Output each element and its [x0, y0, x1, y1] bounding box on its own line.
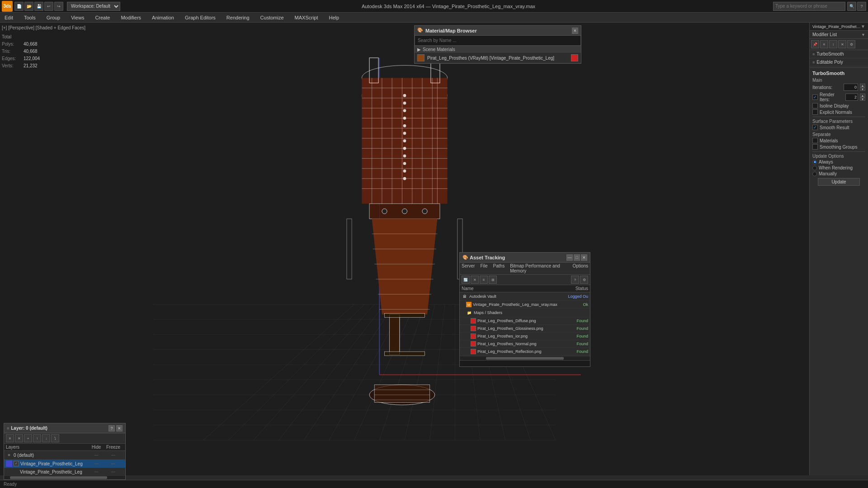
- glossiness-status: Found: [561, 326, 588, 331]
- at-scrollbar[interactable]: [460, 357, 590, 360]
- at-row-maxfile[interactable]: M Vintage_Pirate_Prosthetic_Leg_max_vray…: [460, 301, 590, 309]
- svg-point-83: [403, 169, 406, 173]
- at-minimize-btn[interactable]: —: [566, 254, 573, 261]
- material-search-input[interactable]: [415, 36, 581, 46]
- layer-close-btn[interactable]: ✕: [116, 425, 123, 432]
- search-btn[interactable]: 🔍: [847, 2, 856, 11]
- undo-btn[interactable]: ↩: [44, 2, 53, 11]
- scene-materials-header[interactable]: ▶ Scene Materials: [415, 46, 581, 53]
- at-row-maps-folder[interactable]: 📁 Maps / Shaders: [460, 309, 590, 317]
- isoline-checkbox[interactable]: [812, 103, 818, 108]
- layer-tool-add[interactable]: +: [24, 434, 32, 442]
- iterations-down[interactable]: ▼: [860, 87, 865, 91]
- mod-icon-config[interactable]: ⚙: [847, 40, 855, 48]
- layer-pirate-checkbox[interactable]: ✓: [14, 461, 19, 466]
- smoothing-groups-label: Smoothing Groups: [820, 145, 865, 150]
- layer-tool-4[interactable]: ↑: [33, 434, 41, 442]
- menu-views[interactable]: Views: [69, 14, 86, 21]
- at-menu-paths[interactable]: Paths: [493, 263, 505, 273]
- app-title: Autodesk 3ds Max 2014 x64: [362, 4, 425, 9]
- layer-row-pirate-child[interactable]: Vintage_Pirate_Prosthetic_Leg — —: [4, 468, 125, 476]
- materials-checkbox[interactable]: [812, 138, 818, 143]
- render-iters-spinner[interactable]: ▲ ▼: [860, 94, 865, 101]
- turbosmooth-section: TurboSmooth Main Iterations: ▲ ▼ Render …: [810, 69, 868, 189]
- layer-scrollbar[interactable]: [4, 476, 125, 479]
- help-btn[interactable]: ?: [857, 2, 866, 11]
- render-iters-checkbox[interactable]: [812, 94, 818, 100]
- svg-point-81: [403, 155, 406, 158]
- layer-row-0[interactable]: ≡ 0 (default) — —: [4, 451, 125, 460]
- mod-icon-list[interactable]: ≡: [820, 40, 828, 48]
- layer-row-pirate[interactable]: ✓ Vintage_Pirate_Prosthetic_Leg — —: [4, 460, 125, 468]
- at-row-diffuse[interactable]: Pirat_Leg_Prosthes_Diffuse.png Found: [460, 317, 590, 325]
- menu-rendering[interactable]: Rendering: [225, 14, 251, 21]
- vault-name: Autodesk Vault: [469, 294, 561, 299]
- at-row-glossiness[interactable]: Pirat_Leg_Prosthes_Glossiness.png Found: [460, 325, 590, 333]
- open-btn[interactable]: 📂: [24, 2, 33, 11]
- always-radio[interactable]: [812, 160, 817, 164]
- layer-tool-1[interactable]: ≡: [6, 434, 14, 442]
- save-btn[interactable]: 💾: [34, 2, 43, 11]
- modifier-panel: Vintage_Pirate_Prosthetic_Le ▼ Modifier …: [809, 23, 868, 475]
- menu-create[interactable]: Create: [93, 14, 112, 21]
- new-btn[interactable]: 📄: [14, 2, 24, 11]
- modifier-item-turbosmooth[interactable]: ≡ TurboSmooth: [810, 50, 868, 58]
- update-button[interactable]: Update: [818, 178, 860, 186]
- mod-icon-pin[interactable]: 📌: [811, 40, 819, 48]
- render-iters-down[interactable]: ▼: [860, 97, 865, 101]
- layer-tool-2[interactable]: ✕: [15, 434, 23, 442]
- iterations-input[interactable]: [844, 84, 858, 91]
- menu-graph-editors[interactable]: Graph Editors: [183, 14, 217, 21]
- layer-icon: ≡: [7, 426, 9, 431]
- at-menu-file[interactable]: File: [480, 263, 487, 273]
- menu-group[interactable]: Group: [45, 14, 62, 21]
- at-row-normal[interactable]: Pirat_Leg_Prosthes_Normal.png Found: [460, 340, 590, 348]
- mod-icon-move[interactable]: ↕: [829, 40, 837, 48]
- smoothing-groups-checkbox[interactable]: [812, 144, 818, 150]
- iterations-spinner[interactable]: ▲ ▼: [860, 84, 865, 91]
- layer-tool-5[interactable]: ↓: [42, 434, 50, 442]
- iterations-up[interactable]: ▲: [860, 84, 865, 87]
- at-menu-server[interactable]: Server: [462, 263, 475, 273]
- layer-col-name: Layers: [6, 445, 90, 450]
- render-iters-input[interactable]: [845, 94, 858, 101]
- menu-customize[interactable]: Customize: [259, 14, 286, 21]
- modifier-item-editpoly[interactable]: ≡ Editable Poly: [810, 58, 868, 66]
- menu-animation[interactable]: Animation: [150, 14, 176, 21]
- at-row-ior[interactable]: Pirat_Leg_Prosthes_ior.png Found: [460, 333, 590, 340]
- search-input[interactable]: [773, 2, 845, 11]
- material-browser-close[interactable]: ✕: [572, 28, 578, 34]
- menu-maxscript[interactable]: MAXScript: [293, 14, 320, 21]
- at-tool-3[interactable]: ≡: [480, 276, 488, 284]
- material-item-pirat[interactable]: Pirat_Leg_Prosthes (VRayMtl) [Vintage_Pi…: [415, 53, 581, 63]
- render-iters-up[interactable]: ▲: [860, 94, 865, 97]
- at-menu-bitmap[interactable]: Bitmap Performance and Memory: [510, 263, 567, 273]
- at-maximize-btn[interactable]: □: [574, 254, 580, 261]
- at-tool-2[interactable]: ✕: [471, 276, 479, 284]
- menu-help[interactable]: Help: [327, 14, 341, 21]
- at-tool-1[interactable]: 🔃: [462, 276, 470, 284]
- smooth-result-checkbox[interactable]: [812, 125, 818, 130]
- redo-btn[interactable]: ↪: [54, 2, 63, 11]
- workspace-dropdown[interactable]: Workspace: Default: [67, 2, 120, 11]
- at-tool-config[interactable]: ⚙: [580, 276, 588, 284]
- at-tool-4[interactable]: ⊞: [489, 276, 497, 284]
- mod-icon-delete[interactable]: ✕: [838, 40, 846, 48]
- explicit-normals-checkbox[interactable]: [812, 109, 818, 115]
- manually-radio[interactable]: [812, 172, 817, 176]
- viewport-main[interactable]: [+] [Perspective] [Shaded + Edged Faces]…: [0, 23, 809, 475]
- menu-bar: Edit Tools Group Views Create Modifiers …: [0, 13, 868, 23]
- menu-tools[interactable]: Tools: [22, 14, 38, 21]
- at-row-reflection[interactable]: Pirat_Leg_Prosthes_Reflection.png Found: [460, 348, 590, 356]
- layer-tool-6[interactable]: ⤵: [51, 434, 59, 442]
- object-name: Vintage_Pirate_Prosthetic_Le: [812, 24, 861, 29]
- at-row-vault[interactable]: 🏛 Autodesk Vault Logged Ou: [460, 292, 590, 301]
- at-menu-options[interactable]: Options: [573, 263, 588, 273]
- when-rendering-radio[interactable]: [812, 166, 817, 170]
- tris-value: 40,668: [24, 48, 38, 55]
- menu-modifiers[interactable]: Modifiers: [119, 14, 143, 21]
- at-tool-help[interactable]: ?: [571, 276, 579, 284]
- at-close-btn[interactable]: ✕: [581, 254, 587, 261]
- menu-edit[interactable]: Edit: [3, 14, 15, 21]
- layer-help-btn[interactable]: ?: [108, 425, 115, 432]
